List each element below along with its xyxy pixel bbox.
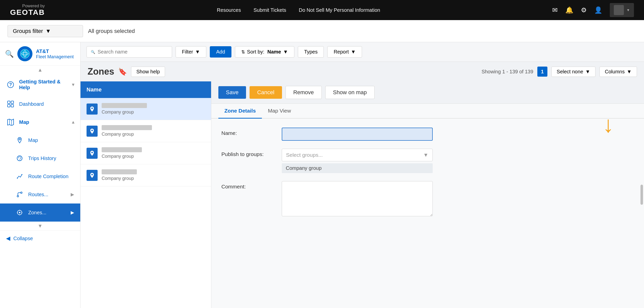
routes-expand-icon: ▶ [71, 192, 74, 197]
search-input[interactable] [98, 49, 168, 55]
zone-item[interactable]: Company group [80, 98, 211, 120]
svg-point-14 [20, 160, 20, 160]
bell-icon-btn[interactable]: 🔔 [565, 6, 573, 14]
comment-form-row: Comment: [221, 181, 634, 217]
select-none-label: Select none [557, 69, 583, 75]
route-completion-icon [15, 172, 24, 181]
split-view: Name Company group [80, 81, 644, 308]
scroll-up-indicator[interactable]: ▲ [0, 66, 80, 74]
toolbar: 🔍 Filter ▼ Add ⇅ Sort by: Name ▼ Types R… [80, 42, 644, 62]
zones-expand-icon: ▶ [71, 210, 74, 215]
svg-rect-7 [8, 105, 10, 107]
zone-item-info: Company group [102, 103, 205, 115]
detail-action-bar: Save Cancel Remove Show on map [211, 81, 644, 104]
show-help-button[interactable]: Show help [131, 67, 165, 77]
svg-text:?: ? [9, 82, 12, 87]
sidebar-item-route-completion[interactable]: Route Completion [0, 167, 80, 185]
publish-groups-select[interactable]: Select groups... ▼ [282, 149, 433, 161]
collapse-button[interactable]: ◀ Collapse [0, 230, 80, 246]
comment-input-wrapper [282, 181, 433, 217]
zone-item[interactable]: Company group [80, 164, 211, 186]
name-input[interactable] [282, 128, 433, 141]
comment-textarea[interactable] [282, 181, 433, 216]
sidebar-item-zones[interactable]: Zones... ▶ [0, 203, 80, 222]
gear-icon-btn[interactable]: ⚙ [581, 6, 587, 14]
sort-button[interactable]: ⇅ Sort by: Name ▼ [235, 46, 294, 58]
sidebar-item-trips-history[interactable]: Trips History [0, 149, 80, 167]
sidebar-item-getting-started[interactable]: ? Getting Started & Help ▾ [0, 74, 80, 95]
zone-item-name-blur [102, 125, 152, 130]
getting-started-label: Getting Started & Help [19, 79, 68, 90]
cancel-button[interactable]: Cancel [250, 86, 282, 99]
page-header-right: Showing 1 - 139 of 139 1 Select none ▼ C… [481, 67, 637, 77]
zone-details-form: Name: Publish to groups: Select groups..… [211, 119, 644, 234]
report-label: Report [334, 49, 349, 55]
types-button[interactable]: Types [298, 46, 324, 58]
map-section-expand-icon: ▴ [72, 119, 74, 125]
name-form-row: Name: [221, 128, 634, 141]
svg-rect-6 [11, 101, 14, 104]
filter-button[interactable]: Filter ▼ [176, 46, 206, 58]
user-icon-btn[interactable]: 👤 [594, 6, 602, 14]
submit-tickets-link[interactable]: Submit Tickets [254, 7, 286, 13]
comment-label: Comment: [221, 181, 277, 190]
sidebar-item-dashboard[interactable]: Dashboard [0, 95, 80, 113]
top-nav-links: Resources Submit Tickets Do Not Sell My … [217, 7, 380, 13]
zone-item-info: Company group [102, 125, 205, 137]
main-layout: 🔍 AT&T Fleet Management ▲ ? [0, 42, 644, 308]
map-label: Map [28, 137, 38, 143]
geotab-logo-text: GEOTAB [10, 8, 45, 17]
types-label: Types [304, 49, 317, 55]
page-title: Zones [88, 66, 114, 77]
company-group-tag: Company group [282, 163, 433, 173]
page-title-group: Zones 🔖 Show help [88, 66, 165, 77]
svg-point-17 [17, 195, 19, 197]
help-icon: ? [6, 80, 15, 89]
detail-tabs: Zone Details Map View [211, 104, 644, 119]
route-completion-label: Route Completion [28, 174, 68, 179]
sidebar-item-routes[interactable]: Routes... ▶ [0, 185, 80, 203]
columns-button[interactable]: Columns ▼ [599, 67, 637, 77]
add-button[interactable]: Add [210, 46, 231, 58]
add-label: Add [216, 49, 225, 55]
search-box[interactable]: 🔍 [87, 46, 172, 58]
routes-label: Routes... [28, 192, 48, 197]
svg-point-15 [17, 178, 18, 179]
tab-zone-details[interactable]: Zone Details [218, 104, 262, 119]
zone-item[interactable]: Company group [80, 120, 211, 142]
trips-history-label: Trips History [28, 156, 56, 161]
zone-list: Name Company group [80, 81, 211, 308]
show-help-label: Show help [136, 69, 160, 74]
scroll-down-indicator[interactable]: ▼ [0, 222, 80, 230]
mail-icon-btn[interactable]: ✉ [552, 6, 558, 14]
select-none-button[interactable]: Select none ▼ [551, 67, 595, 77]
scroll-down-arrow: ▼ [38, 223, 43, 229]
remove-button[interactable]: Remove [286, 86, 322, 99]
map-icon [15, 136, 24, 145]
content-area: 🔍 Filter ▼ Add ⇅ Sort by: Name ▼ Types R… [80, 42, 644, 308]
sidebar-item-map[interactable]: Map [0, 131, 80, 149]
sidebar-item-map-section[interactable]: Map ▴ [0, 113, 80, 131]
groups-filter-button[interactable]: Groups filter ▼ [8, 25, 83, 37]
user-dropdown[interactable]: ▼ [610, 3, 634, 17]
columns-arrow-icon: ▼ [627, 69, 632, 75]
right-scroll-indicator[interactable] [639, 180, 644, 210]
showing-count-text: Showing 1 - 139 of 139 [481, 69, 533, 75]
zone-item-group: Company group [102, 176, 205, 181]
publish-groups-wrapper: Select groups... ▼ Company group [282, 149, 433, 173]
collapse-label: Collapse [13, 236, 33, 241]
zone-pin-icon [87, 170, 98, 181]
map-section-label: Map [19, 119, 29, 125]
zone-item[interactable]: Company group [80, 142, 211, 164]
show-on-map-button[interactable]: Show on map [325, 86, 375, 99]
map-section-icon [6, 118, 15, 127]
save-button[interactable]: Save [218, 86, 246, 99]
resources-link[interactable]: Resources [217, 7, 241, 13]
user-dropdown-arrow: ▼ [626, 8, 630, 12]
sidebar-search-icon[interactable]: 🔍 [5, 50, 14, 58]
publish-placeholder: Select groups... [286, 152, 323, 158]
zone-details-tab-label: Zone Details [224, 108, 256, 114]
report-button[interactable]: Report ▼ [327, 46, 362, 58]
tab-map-view[interactable]: Map View [262, 104, 297, 119]
do-not-sell-link[interactable]: Do Not Sell My Personal Information [299, 7, 380, 13]
